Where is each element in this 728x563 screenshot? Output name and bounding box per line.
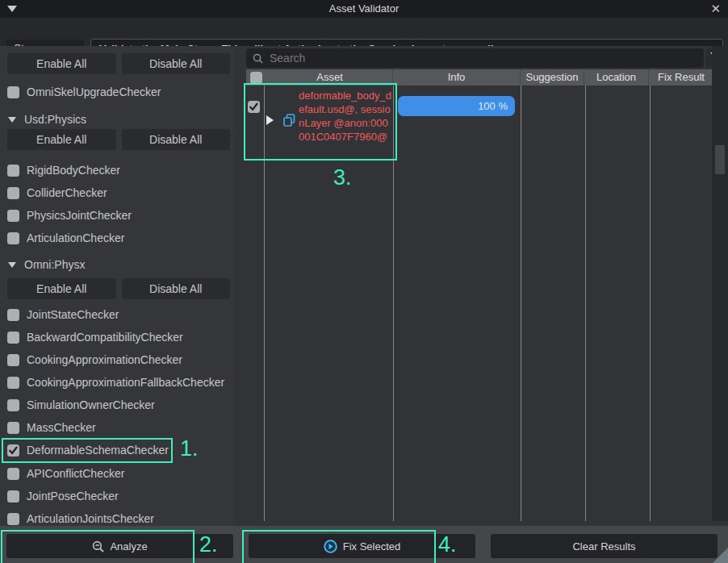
checker-item[interactable]: MassChecker <box>7 416 221 439</box>
title-bar: Asset Validator ✕ <box>0 0 728 18</box>
checker-item[interactable]: SimulationOwnerChecker <box>7 394 221 416</box>
column-divider <box>650 85 651 521</box>
layer-stack-icon <box>283 114 295 127</box>
checkbox-unchecked[interactable] <box>7 232 19 244</box>
collapse-arrow-icon[interactable] <box>8 117 16 123</box>
group-header-usd-physics[interactable]: Usd:Physics <box>8 108 86 131</box>
table-scrollbar[interactable] <box>712 46 728 521</box>
fix-play-icon <box>324 540 337 553</box>
checkbox-unchecked[interactable] <box>7 513 19 525</box>
column-divider <box>393 85 394 521</box>
footer-bar: Analyze Fix Selected Clear Results <box>0 526 728 563</box>
search-icon <box>253 53 263 64</box>
checker-item-deformable-schema[interactable]: DeformableSchemaChecker <box>7 439 221 461</box>
checker-item[interactable]: CookingApproximationFallbackChecker <box>7 371 221 394</box>
disable-all-button[interactable]: Disable All <box>122 53 231 74</box>
checkbox-unchecked[interactable] <box>7 187 19 199</box>
close-icon[interactable]: ✕ <box>710 2 721 16</box>
enable-all-button[interactable]: Enable All <box>7 129 116 150</box>
checker-item[interactable]: RigidBodyChecker <box>7 159 221 181</box>
column-divider <box>521 85 521 521</box>
checker-item[interactable]: JointStateChecker <box>7 303 221 326</box>
column-header-fix-result[interactable]: Fix Result <box>649 69 713 85</box>
checkbox-unchecked[interactable] <box>7 86 19 98</box>
asset-validator-window: Asset Validator ✕ Stage Validate the Mai… <box>0 0 728 563</box>
window-title: Asset Validator <box>0 0 728 18</box>
toolbar: Stage Validate the Main Stage. This will… <box>0 18 728 46</box>
column-divider <box>264 85 265 521</box>
checkbox-unchecked[interactable] <box>7 354 19 366</box>
asset-cell[interactable]: deformable_body_default.usd@, sessionLay… <box>299 89 392 144</box>
progress-bar: 100 % <box>398 96 515 116</box>
checker-item[interactable]: CookingApproximationChecker <box>7 348 221 371</box>
checkbox-unchecked[interactable] <box>7 210 19 222</box>
checkbox-unchecked[interactable] <box>7 165 19 177</box>
checkbox-unchecked[interactable] <box>7 490 19 503</box>
column-header-asset[interactable]: Asset <box>267 69 393 85</box>
checkbox-unchecked[interactable] <box>7 309 19 321</box>
column-divider <box>585 85 586 521</box>
checkbox-unchecked[interactable] <box>7 377 19 389</box>
checker-item[interactable]: ArticulationChecker <box>7 227 221 249</box>
enable-all-button[interactable]: Enable All <box>7 53 116 74</box>
analyze-magnifier-icon <box>92 540 104 553</box>
checker-item[interactable]: BackwardCompatibilityChecker <box>7 326 221 348</box>
checkbox-unchecked[interactable] <box>7 332 19 344</box>
checkbox-unchecked[interactable] <box>250 72 262 84</box>
results-panel: Asset Info Suggestion Location Fix Resul… <box>234 46 728 526</box>
header-checkbox-cell[interactable] <box>246 69 267 85</box>
checker-item[interactable]: ColliderChecker <box>7 181 221 204</box>
collapse-arrow-icon[interactable] <box>8 262 16 268</box>
disable-all-button[interactable]: Disable All <box>122 129 231 150</box>
analyze-button[interactable]: Analyze <box>6 534 233 558</box>
checkbox-unchecked[interactable] <box>7 399 19 411</box>
clear-results-button[interactable]: Clear Results <box>491 534 718 558</box>
disable-all-button[interactable]: Disable All <box>122 278 231 299</box>
table-header: Asset Info Suggestion Location Fix Resul… <box>246 69 713 85</box>
checker-item[interactable]: JointPoseChecker <box>7 485 221 507</box>
checker-item[interactable]: OmniSkelUpgradeChecker <box>7 81 221 103</box>
search-input[interactable] <box>270 52 657 65</box>
column-header-location[interactable]: Location <box>584 69 649 85</box>
expand-arrow-icon[interactable] <box>266 115 274 125</box>
fix-selected-button[interactable]: Fix Selected <box>249 534 475 558</box>
column-header-info[interactable]: Info <box>393 69 521 85</box>
checkbox-checked[interactable] <box>7 444 19 457</box>
column-header-suggestion[interactable]: Suggestion <box>521 69 584 85</box>
row-checkbox-checked[interactable] <box>248 101 260 113</box>
table-body: deformable_body_default.usd@, sessionLay… <box>246 85 724 521</box>
group-header-omni-physx[interactable]: Omni:Physx <box>8 253 85 276</box>
enable-all-button[interactable]: Enable All <box>7 278 116 299</box>
checker-item[interactable]: APIConflictChecker <box>7 462 221 485</box>
checker-list-panel: Enable All Disable All OmniSkelUpgradeCh… <box>0 46 234 526</box>
scrollbar-thumb[interactable] <box>715 145 725 174</box>
search-bar[interactable] <box>246 48 704 68</box>
resize-grip[interactable] <box>713 548 728 563</box>
checker-item[interactable]: PhysicsJointChecker <box>7 204 221 227</box>
checkbox-unchecked[interactable] <box>7 422 19 434</box>
checkbox-unchecked[interactable] <box>7 468 19 480</box>
